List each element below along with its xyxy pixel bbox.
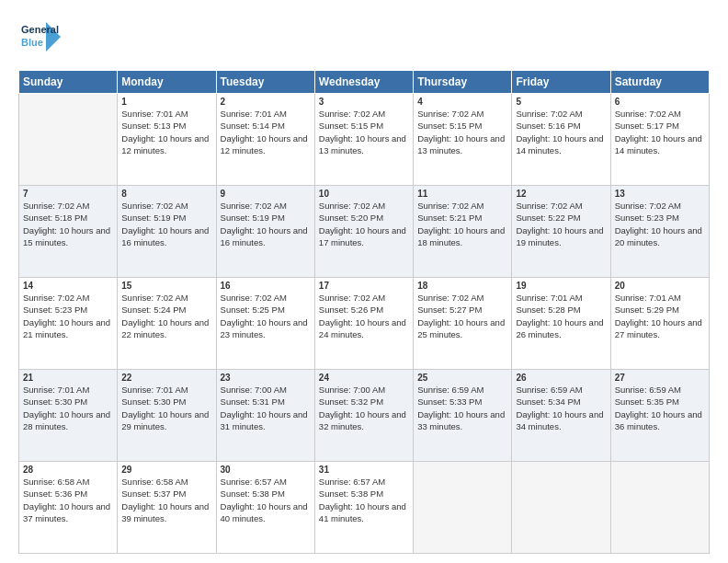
sunset-text: Sunset: 5:13 PM: [121, 120, 211, 132]
daylight-text: Daylight: 10 hours and 24 minutes.: [319, 316, 409, 341]
day-info: Sunrise: 7:00 AMSunset: 5:32 PMDaylight:…: [319, 384, 409, 432]
sunset-text: Sunset: 5:19 PM: [121, 212, 211, 224]
sunrise-text: Sunrise: 7:00 AM: [221, 384, 311, 396]
sunset-text: Sunset: 5:29 PM: [615, 304, 705, 316]
day-number: 1: [121, 97, 211, 107]
sunrise-text: Sunrise: 7:02 AM: [221, 292, 311, 304]
sunset-text: Sunset: 5:23 PM: [23, 304, 113, 316]
day-number: 3: [319, 97, 409, 107]
sunset-text: Sunset: 5:28 PM: [516, 304, 606, 316]
calendar-cell: 31Sunrise: 6:57 AMSunset: 5:38 PMDayligh…: [314, 462, 413, 554]
calendar-cell: [414, 462, 512, 554]
calendar-cell: 23Sunrise: 7:00 AMSunset: 5:31 PMDayligh…: [216, 370, 314, 462]
sunset-text: Sunset: 5:15 PM: [319, 120, 409, 132]
day-number: 14: [23, 281, 113, 291]
sunrise-text: Sunrise: 7:02 AM: [615, 200, 705, 212]
daylight-text: Daylight: 10 hours and 17 minutes.: [319, 224, 409, 249]
daylight-text: Daylight: 10 hours and 22 minutes.: [121, 316, 211, 341]
calendar-cell: 21Sunrise: 7:01 AMSunset: 5:30 PMDayligh…: [19, 370, 118, 462]
daylight-text: Daylight: 10 hours and 19 minutes.: [516, 224, 606, 249]
calendar-cell: 13Sunrise: 7:02 AMSunset: 5:23 PMDayligh…: [610, 186, 709, 278]
day-number: 23: [221, 373, 311, 383]
sunset-text: Sunset: 5:30 PM: [121, 396, 211, 408]
sunrise-text: Sunrise: 6:59 AM: [417, 384, 507, 396]
daylight-text: Daylight: 10 hours and 14 minutes.: [516, 132, 606, 157]
sunrise-text: Sunrise: 7:01 AM: [516, 292, 606, 304]
daylight-text: Daylight: 10 hours and 12 minutes.: [221, 132, 311, 157]
day-info: Sunrise: 7:02 AMSunset: 5:15 PMDaylight:…: [417, 108, 507, 156]
logo-svg: General Blue: [18, 15, 63, 59]
day-number: 12: [516, 189, 606, 199]
daylight-text: Daylight: 10 hours and 16 minutes.: [221, 224, 311, 249]
column-header-sunday: Sunday: [19, 71, 118, 94]
day-number: 8: [121, 189, 211, 199]
sunrise-text: Sunrise: 7:02 AM: [23, 292, 113, 304]
sunrise-text: Sunrise: 7:02 AM: [121, 200, 211, 212]
daylight-text: Daylight: 10 hours and 12 minutes.: [121, 132, 211, 157]
day-info: Sunrise: 6:57 AMSunset: 5:38 PMDaylight:…: [221, 476, 311, 524]
day-info: Sunrise: 7:01 AMSunset: 5:29 PMDaylight:…: [615, 292, 705, 340]
day-info: Sunrise: 7:02 AMSunset: 5:21 PMDaylight:…: [417, 200, 507, 248]
calendar-cell: 24Sunrise: 7:00 AMSunset: 5:32 PMDayligh…: [314, 370, 413, 462]
calendar-cell: [19, 94, 118, 186]
day-number: 29: [121, 465, 211, 475]
daylight-text: Daylight: 10 hours and 27 minutes.: [615, 316, 705, 341]
header: General Blue: [18, 15, 710, 63]
calendar-cell: 22Sunrise: 7:01 AMSunset: 5:30 PMDayligh…: [118, 370, 216, 462]
day-info: Sunrise: 7:02 AMSunset: 5:20 PMDaylight:…: [319, 200, 409, 248]
day-info: Sunrise: 7:01 AMSunset: 5:28 PMDaylight:…: [516, 292, 606, 340]
sunrise-text: Sunrise: 7:02 AM: [319, 292, 409, 304]
sunset-text: Sunset: 5:20 PM: [319, 212, 409, 224]
sunrise-text: Sunrise: 7:02 AM: [221, 200, 311, 212]
day-info: Sunrise: 7:01 AMSunset: 5:30 PMDaylight:…: [23, 384, 113, 432]
calendar-cell: 25Sunrise: 6:59 AMSunset: 5:33 PMDayligh…: [414, 370, 512, 462]
day-info: Sunrise: 7:02 AMSunset: 5:24 PMDaylight:…: [121, 292, 211, 340]
calendar-cell: 4Sunrise: 7:02 AMSunset: 5:15 PMDaylight…: [414, 94, 512, 186]
sunset-text: Sunset: 5:15 PM: [417, 120, 507, 132]
calendar-cell: [512, 462, 610, 554]
svg-text:General: General: [21, 24, 59, 35]
calendar-week-5: 28Sunrise: 6:58 AMSunset: 5:36 PMDayligh…: [19, 462, 710, 554]
day-number: 11: [417, 189, 507, 199]
sunset-text: Sunset: 5:32 PM: [319, 396, 409, 408]
calendar-cell: 11Sunrise: 7:02 AMSunset: 5:21 PMDayligh…: [414, 186, 512, 278]
day-info: Sunrise: 7:02 AMSunset: 5:22 PMDaylight:…: [516, 200, 606, 248]
day-info: Sunrise: 7:02 AMSunset: 5:15 PMDaylight:…: [319, 108, 409, 156]
day-info: Sunrise: 6:59 AMSunset: 5:35 PMDaylight:…: [615, 384, 705, 432]
daylight-text: Daylight: 10 hours and 20 minutes.: [615, 224, 705, 249]
day-info: Sunrise: 6:59 AMSunset: 5:33 PMDaylight:…: [417, 384, 507, 432]
day-number: 6: [615, 97, 705, 107]
calendar-cell: 29Sunrise: 6:58 AMSunset: 5:37 PMDayligh…: [118, 462, 216, 554]
calendar-cell: 19Sunrise: 7:01 AMSunset: 5:28 PMDayligh…: [512, 278, 610, 370]
daylight-text: Daylight: 10 hours and 13 minutes.: [319, 132, 409, 157]
sunrise-text: Sunrise: 7:02 AM: [516, 200, 606, 212]
day-info: Sunrise: 6:58 AMSunset: 5:36 PMDaylight:…: [23, 476, 113, 524]
column-header-thursday: Thursday: [414, 71, 512, 94]
calendar-cell: 26Sunrise: 6:59 AMSunset: 5:34 PMDayligh…: [512, 370, 610, 462]
sunset-text: Sunset: 5:36 PM: [23, 488, 113, 500]
day-number: 18: [417, 281, 507, 291]
calendar-week-3: 14Sunrise: 7:02 AMSunset: 5:23 PMDayligh…: [19, 278, 710, 370]
sunrise-text: Sunrise: 6:58 AM: [23, 476, 113, 488]
day-info: Sunrise: 7:02 AMSunset: 5:27 PMDaylight:…: [417, 292, 507, 340]
daylight-text: Daylight: 10 hours and 16 minutes.: [121, 224, 211, 249]
daylight-text: Daylight: 10 hours and 13 minutes.: [417, 132, 507, 157]
sunrise-text: Sunrise: 7:02 AM: [417, 292, 507, 304]
calendar-week-1: 1Sunrise: 7:01 AMSunset: 5:13 PMDaylight…: [19, 94, 710, 186]
daylight-text: Daylight: 10 hours and 26 minutes.: [516, 316, 606, 341]
sunset-text: Sunset: 5:23 PM: [615, 212, 705, 224]
day-number: 19: [516, 281, 606, 291]
day-number: 13: [615, 189, 705, 199]
day-info: Sunrise: 7:01 AMSunset: 5:14 PMDaylight:…: [221, 108, 311, 156]
sunset-text: Sunset: 5:35 PM: [615, 396, 705, 408]
sunset-text: Sunset: 5:14 PM: [221, 120, 311, 132]
day-number: 26: [516, 373, 606, 383]
daylight-text: Daylight: 10 hours and 31 minutes.: [221, 408, 311, 433]
sunrise-text: Sunrise: 7:01 AM: [121, 108, 211, 120]
day-number: 27: [615, 373, 705, 383]
calendar-cell: 16Sunrise: 7:02 AMSunset: 5:25 PMDayligh…: [216, 278, 314, 370]
day-info: Sunrise: 7:01 AMSunset: 5:13 PMDaylight:…: [121, 108, 211, 156]
day-info: Sunrise: 6:59 AMSunset: 5:34 PMDaylight:…: [516, 384, 606, 432]
day-info: Sunrise: 7:02 AMSunset: 5:25 PMDaylight:…: [221, 292, 311, 340]
sunset-text: Sunset: 5:18 PM: [23, 212, 113, 224]
